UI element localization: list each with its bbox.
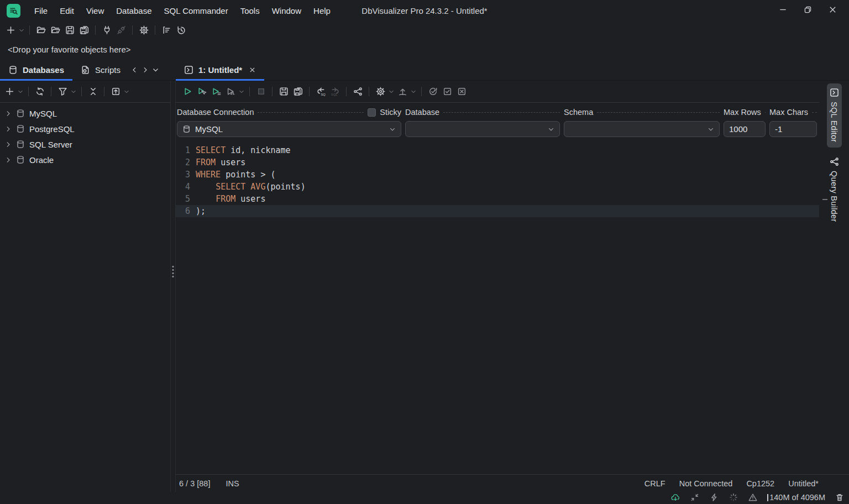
menu-database[interactable]: Database [110,6,158,15]
chevron-down-icon[interactable] [152,66,159,74]
toolbar-separator [81,87,82,96]
arrow-up-curve-icon[interactable] [395,85,410,99]
export-box-icon[interactable] [108,85,123,99]
chevron-down-icon[interactable] [238,85,245,99]
connection-select[interactable]: MySQL [177,121,401,137]
chevron-right-icon[interactable] [4,141,12,148]
plus-icon[interactable] [3,23,18,38]
tree-item-oracle[interactable]: Oracle [0,152,170,167]
play-icon[interactable] [180,85,195,99]
chevron-left-icon[interactable] [131,66,138,74]
tab-scripts[interactable]: Scripts [72,60,129,80]
caret-position: 6 / 3 [88] [179,479,210,488]
save-as-icon[interactable] [77,23,91,38]
database-connection-label: Database Connection [177,108,254,117]
menu-file[interactable]: File [28,6,54,15]
save-icon[interactable] [62,23,77,38]
gear-icon[interactable] [373,85,387,99]
code-line[interactable]: 4 SELECT AVG(points) [176,181,819,193]
save-icon[interactable] [276,85,291,99]
memory-indicator[interactable]: 140M of 4096M [767,493,825,502]
chevron-right-icon[interactable] [4,125,12,133]
chevron-down-icon[interactable] [123,85,130,99]
chevron-down-icon[interactable] [17,85,24,99]
connections-tree: MySQLPostgreSQLSQL ServerOracle [0,103,170,167]
menu-view[interactable]: View [80,6,110,15]
plug-icon[interactable] [99,23,114,38]
sticky-checkbox[interactable] [368,108,376,117]
tab-databases[interactable]: Databases [0,60,72,80]
chevron-down-icon [548,126,554,133]
tab-editor-untitled[interactable]: 1: Untitled* [176,60,264,80]
chart-icon[interactable] [159,23,174,38]
close-icon[interactable] [829,6,837,16]
funnel-icon[interactable] [55,85,70,99]
tree-item-sql-server[interactable]: SQL Server [0,136,170,152]
clock-history-icon[interactable] [174,23,188,38]
splitter-grip-icon[interactable] [172,266,174,277]
play-list-icon[interactable] [209,85,223,99]
panel-splitter[interactable] [170,81,176,492]
gear-icon[interactable] [137,23,151,38]
tab-sql-editor[interactable]: SQL Editor [827,83,842,148]
menu-help[interactable]: Help [307,6,337,15]
refresh-icon[interactable] [33,85,47,99]
tab-sql-editor-label: SQL Editor [830,102,838,142]
check-square-icon[interactable] [440,85,454,99]
save-as-icon[interactable] [291,85,305,99]
editor-side: SQLSQL Database Connection Sticky [176,81,849,492]
chevron-down-icon[interactable] [18,23,25,38]
restore-icon[interactable] [804,6,812,16]
minimize-icon[interactable] [779,6,787,16]
sql-undo-icon[interactable]: SQL [313,85,328,99]
validate-icon[interactable] [426,85,440,99]
tree-item-postgresql[interactable]: PostgreSQL [0,121,170,136]
sql-editor[interactable]: 1SELECT id, nickname2FROM users3WHERE po… [176,143,819,474]
code-line[interactable]: 6); [176,205,819,217]
spinner-icon[interactable] [729,492,738,502]
line-number: 2 [176,156,190,169]
schema-select[interactable] [564,121,720,137]
cloud-down-icon[interactable] [670,492,680,502]
menu-window[interactable]: Window [266,6,307,15]
connection-value: MySQL [195,124,223,134]
max-chars-input[interactable] [769,121,817,137]
line-ending: CRLF [644,479,665,488]
code-line[interactable]: 1SELECT id, nickname [176,144,819,156]
code-line[interactable]: 5 FROM users [176,193,819,205]
code-line[interactable]: 3WHERE points > ( [176,169,819,181]
menu-tools[interactable]: Tools [234,6,266,15]
bolt-icon[interactable] [709,492,719,502]
collapse-diag-icon[interactable] [690,492,700,502]
menu-edit[interactable]: Edit [54,6,80,15]
plus-icon[interactable] [2,85,17,99]
warn-icon[interactable] [748,492,758,502]
line-number: 1 [176,144,190,156]
tab-close-icon[interactable] [249,66,256,74]
main-toolbar [0,21,849,39]
memory-usage: 140M of 4096M [769,493,825,502]
play-cursor-icon[interactable] [195,85,209,99]
trash-icon[interactable] [835,492,845,502]
left-panel-tabs: Databases Scripts [0,60,176,80]
code-line[interactable]: 2FROM users [176,156,819,169]
folder-open-icon[interactable] [34,23,48,38]
x-square-icon[interactable] [454,85,469,99]
chevron-right-icon[interactable] [142,66,149,74]
tree-item-mysql[interactable]: MySQL [0,106,170,121]
max-rows-input[interactable] [724,121,766,137]
chevron-right-icon[interactable] [4,110,12,117]
favorites-bar[interactable]: <Drop your favorite objects here> [0,39,849,60]
database-select[interactable] [405,121,560,137]
tab-query-builder[interactable]: Query Builder [827,153,842,228]
collapse-vert-icon[interactable] [86,85,100,99]
chevron-down-icon[interactable] [387,85,395,99]
chevron-right-icon[interactable] [4,156,12,164]
folder-open-dot-icon[interactable] [48,23,62,38]
chevron-down-icon[interactable] [410,85,417,99]
menu-sql-commander[interactable]: SQL Commander [158,6,234,15]
chevron-down-icon[interactable] [70,85,77,99]
play-wave-icon[interactable] [223,85,238,99]
tree-item-label: MySQL [29,109,57,118]
share-nodes-icon[interactable] [350,85,365,99]
